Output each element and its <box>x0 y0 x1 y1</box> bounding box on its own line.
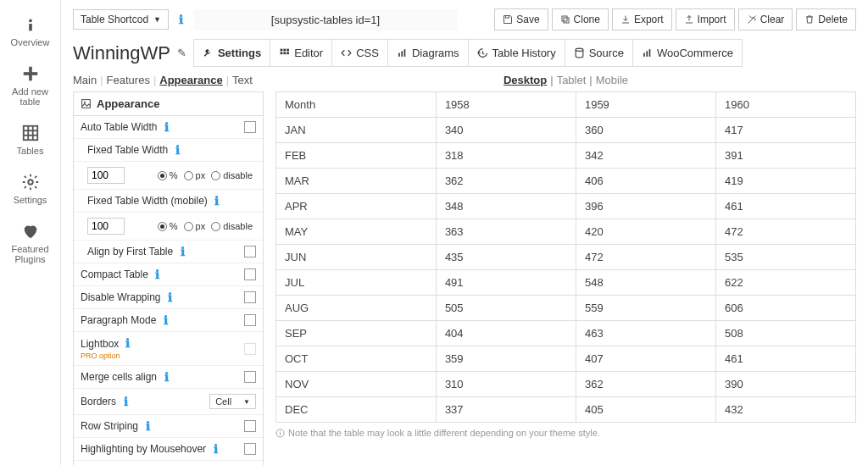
opt-fixed-width-mobile-label: Fixed Table Width (mobile) <box>74 190 263 213</box>
svg-rect-14 <box>284 49 287 52</box>
checkbox-paragraph[interactable] <box>244 314 256 326</box>
radio-disable[interactable] <box>211 171 220 180</box>
checkbox-align-first[interactable] <box>244 246 256 257</box>
delete-button[interactable]: Delete <box>796 8 856 30</box>
info-icon[interactable] <box>122 337 134 349</box>
import-button[interactable]: Import <box>676 8 735 30</box>
table-cell: 419 <box>715 169 855 194</box>
pro-label: PRO option <box>81 352 134 360</box>
table-row: SEP404463508 <box>276 321 856 346</box>
code-icon <box>341 47 352 58</box>
chart-icon <box>642 47 653 58</box>
shortcode-type-select[interactable]: Table Shortcod <box>73 9 169 30</box>
shortcode-display[interactable]: [supsystic-tables id=1] <box>194 9 457 30</box>
opt-label-text: Lightbox <box>81 338 119 350</box>
table-cell: 340 <box>436 118 576 143</box>
info-icon[interactable] <box>164 291 176 303</box>
table-cell: 417 <box>715 118 855 143</box>
opt-fixed-width-controls: % px disable <box>74 162 263 190</box>
table-cell: 472 <box>576 245 715 270</box>
tab-woocommerce[interactable]: WooCommerce <box>633 40 742 66</box>
subtab-features[interactable]: Features <box>107 74 150 86</box>
table-cell: 310 <box>436 372 576 397</box>
table-cell: 461 <box>715 194 855 219</box>
export-button[interactable]: Export <box>612 8 672 30</box>
svg-rect-29 <box>280 432 281 435</box>
table-cell: 432 <box>715 397 855 423</box>
devtab-mobile[interactable]: Mobile <box>596 74 628 86</box>
opt-row-striping: Row Striping <box>74 415 263 438</box>
checkbox-compact[interactable] <box>244 268 256 280</box>
svg-rect-12 <box>564 18 569 23</box>
radio-pct-m[interactable] <box>158 222 167 231</box>
tab-source[interactable]: Source <box>565 40 633 66</box>
nav-overview[interactable]: Overview <box>0 7 60 56</box>
subtab-text[interactable]: Text <box>232 74 253 86</box>
wrench-icon <box>203 47 214 58</box>
borders-select[interactable]: Cell <box>209 394 256 409</box>
table-cell: 435 <box>436 245 576 270</box>
fixed-width-mobile-unit-radios: % px disable <box>158 221 256 231</box>
btn-label: Delete <box>818 14 848 25</box>
opt-paragraph: Paragraph Mode <box>74 309 263 332</box>
svg-rect-15 <box>287 49 289 52</box>
svg-point-0 <box>29 19 32 23</box>
subtab-appearance[interactable]: Appearance <box>159 74 222 86</box>
info-icon[interactable] <box>175 14 187 25</box>
info-icon[interactable] <box>159 314 171 326</box>
devtab-tablet[interactable]: Tablet <box>557 74 587 86</box>
opt-borders: BordersCell <box>74 389 263 415</box>
subtab-main[interactable]: Main <box>73 74 97 86</box>
table-cell: 548 <box>576 270 715 296</box>
opt-merge-cells: Merge cells align <box>74 366 263 389</box>
nav-tables[interactable]: Tables <box>0 115 60 164</box>
clear-button[interactable]: Clear <box>738 8 793 30</box>
info-icon[interactable] <box>211 195 223 207</box>
info-icon[interactable] <box>152 268 164 280</box>
table-cell: 463 <box>576 321 715 346</box>
tab-diagrams[interactable]: Diagrams <box>388 40 469 66</box>
svg-point-27 <box>84 102 86 103</box>
checkbox-highlight-mouse[interactable] <box>244 443 256 455</box>
tab-settings[interactable]: Settings <box>194 40 270 66</box>
info-icon[interactable] <box>176 246 188 257</box>
nav-featured-plugins[interactable]: Featured Plugins <box>0 213 60 273</box>
nav-settings[interactable]: Settings <box>0 164 60 213</box>
tab-editor[interactable]: Editor <box>270 40 332 66</box>
edit-title-icon[interactable]: ✎ <box>177 47 186 59</box>
fixed-width-input[interactable] <box>87 167 125 184</box>
info-icon[interactable] <box>209 443 221 455</box>
opt-disable-wrapping: Disable Wrapping <box>74 286 263 309</box>
svg-rect-13 <box>281 49 283 52</box>
database-icon <box>574 47 585 58</box>
svg-rect-17 <box>284 52 287 54</box>
table-cell: FEB <box>276 143 437 169</box>
tab-table-history[interactable]: Table History <box>469 40 565 66</box>
clone-button[interactable]: Clone <box>552 8 609 30</box>
save-button[interactable]: Save <box>494 8 548 30</box>
radio-px[interactable] <box>184 171 193 180</box>
nav-add-new-table[interactable]: Add new table <box>0 56 60 115</box>
tab-css[interactable]: CSS <box>332 40 388 66</box>
appearance-panel: Appearance Auto Table Width Fixed Table … <box>73 91 264 465</box>
checkbox-row-striping[interactable] <box>244 420 256 432</box>
info-icon[interactable] <box>171 144 183 156</box>
table-cell: 406 <box>576 169 715 194</box>
svg-rect-11 <box>562 16 567 21</box>
checkbox-disable-wrapping[interactable] <box>244 291 256 303</box>
checkbox-auto-width[interactable] <box>244 121 256 133</box>
info-icon[interactable] <box>120 396 131 407</box>
fixed-width-mobile-input[interactable] <box>87 218 125 235</box>
radio-disable-m[interactable] <box>211 222 220 231</box>
devtab-desktop[interactable]: Desktop <box>504 74 547 86</box>
info-icon[interactable] <box>161 121 173 133</box>
table-cell: APR <box>276 194 437 219</box>
select-value: Table Shortcod <box>81 14 148 25</box>
info-icon[interactable] <box>160 371 172 383</box>
table-row: JAN340360417 <box>276 118 856 143</box>
radio-pct[interactable] <box>158 171 167 180</box>
checkbox-merge-cells[interactable] <box>244 371 256 383</box>
grid-icon <box>21 124 40 142</box>
radio-px-m[interactable] <box>184 222 193 231</box>
info-icon[interactable] <box>142 420 153 432</box>
